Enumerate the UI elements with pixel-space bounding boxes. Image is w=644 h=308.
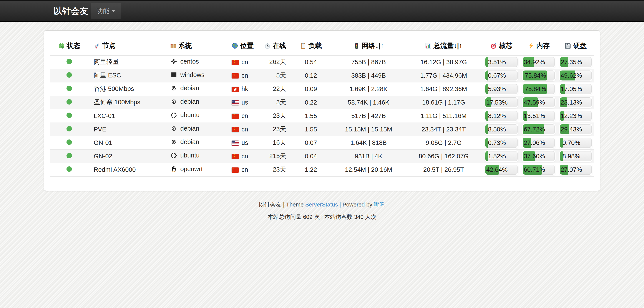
server-row[interactable]: 阿里 ESC windows cn 5天 0.12 383B | 449B 1.… (50, 69, 594, 82)
os-name: ubuntu (180, 152, 200, 159)
cpu-progress-bar: 0.73% (486, 138, 518, 148)
os-icon (170, 85, 178, 92)
load-value: 0.54 (289, 55, 333, 69)
table-header-row: 状态 节点 系统 位置 在线 负载 网络 (50, 37, 594, 55)
flag-icon (232, 112, 239, 120)
location-code: us (242, 99, 248, 106)
os-icon (170, 58, 178, 65)
server-row[interactable]: PVE debian cn 23天 1.55 15.15M | 15.15M 2… (50, 123, 594, 136)
server-row[interactable]: 阿里轻量 centos cn 262天 0.54 755B | 867B 16.… (50, 55, 594, 69)
uptime-value: 3天 (255, 96, 289, 109)
footer: 以针会友 | Theme ServerStatus | Powered by 哪… (0, 201, 644, 221)
server-row[interactable]: 圣何塞 100Mbps debian us 3天 0.22 58.74K | 1… (50, 96, 594, 109)
ubuntu-icon (170, 152, 177, 159)
status-online-dot (66, 113, 72, 118)
disk-progress-bar: 17.05% (560, 84, 592, 94)
header-cpu: 核芯 (483, 37, 520, 55)
server-row[interactable]: GN-02 ubuntu cn 215天 0.04 931B | 4K 80.6… (50, 150, 594, 163)
disk-percent: 12.23% (560, 112, 582, 120)
bar-chart-icon (425, 42, 432, 49)
os-icon (170, 112, 178, 119)
memory-progress-bar: 67.72% (523, 124, 554, 134)
clover-icon (58, 42, 65, 49)
header-disk: 硬盘 (557, 37, 594, 55)
network-value: 12.54M | 20.16M (333, 163, 404, 176)
brand-title[interactable]: 以针会友 (54, 1, 88, 21)
header-status: 状态 (50, 37, 88, 55)
load-value: 1.55 (289, 123, 333, 136)
cpu-percent: 42.64% (486, 166, 508, 173)
flag-icon (232, 72, 239, 79)
location-code: cn (242, 126, 248, 133)
cpu-percent: 1.52% (488, 153, 506, 160)
traffic-value: 16.12G | 38.97G (404, 55, 483, 69)
server-name: PVE (88, 123, 165, 136)
memory-percent: 27.06% (524, 139, 545, 147)
clipboard-icon (300, 42, 306, 49)
disk-percent: 49.62% (560, 72, 582, 79)
server-name: Redmi AX6000 (88, 163, 165, 176)
disk-percent: 0.70% (562, 139, 580, 147)
server-row[interactable]: 香港 500Mbps debian hk 22天 0.09 1.69K | 2.… (50, 82, 594, 96)
footer-credits: 以针会友 | Theme ServerStatus | Powered by 哪… (0, 201, 644, 208)
disk-progress-bar: 27.35% (560, 57, 592, 67)
flag-icon (232, 85, 239, 93)
os-name: centos (180, 58, 199, 65)
os-name: debian (180, 138, 199, 146)
os-icon (170, 139, 178, 146)
os-name: ubuntu (180, 112, 200, 119)
status-online-dot (66, 166, 72, 172)
server-row[interactable]: LXC-01 ubuntu cn 23天 1.55 517B | 427B 1.… (50, 109, 594, 123)
footer-visit-stats: 本站总访问量 609 次 | 本站访客数 340 人次 (0, 213, 644, 221)
openwrt-tux-icon (170, 166, 177, 172)
flag-icon (232, 153, 239, 160)
powered-by-link[interactable]: 哪吒 (374, 201, 385, 208)
traffic-value: 20.5T | 26.95T (404, 163, 483, 176)
network-value: 1.69K | 2.28K (333, 82, 404, 96)
server-row[interactable]: GN-01 debian us 16天 0.07 1.64K | 818B 9.… (50, 136, 594, 150)
lightning-icon (528, 42, 534, 49)
network-value: 15.15M | 15.15M (333, 123, 404, 136)
header-memory: 内存 (520, 37, 557, 55)
cpu-progress-bar: 17.53% (486, 97, 518, 107)
os-icon (170, 125, 178, 132)
load-value: 1.55 (289, 109, 333, 123)
header-network: 网络↓|↑ (333, 37, 404, 55)
cpu-percent: 8.50% (488, 126, 506, 133)
us-flag-icon (232, 100, 239, 105)
server-name: GN-02 (88, 150, 165, 163)
status-online-dot (66, 126, 72, 132)
status-online-dot (66, 72, 72, 78)
header-traffic: 总流量↓|↑ (404, 37, 483, 55)
network-value: 1.64K | 818B (333, 136, 404, 150)
flag-icon (232, 99, 239, 106)
uptime-value: 262天 (255, 55, 289, 69)
header-location: 位置 (230, 37, 255, 55)
menu-dropdown-label: 功能 (96, 6, 110, 15)
cn-flag-icon (232, 73, 239, 79)
cpu-percent: 0.67% (488, 72, 506, 79)
disk-progress-bar: 0.70% (560, 138, 592, 148)
memory-percent: 47.59% (524, 99, 545, 106)
load-value: 0.07 (289, 136, 333, 150)
stopwatch-icon (264, 42, 271, 49)
load-value: 0.12 (289, 69, 333, 82)
location-code: cn (242, 59, 248, 66)
network-value: 383B | 449B (333, 69, 404, 82)
windows-icon (170, 72, 177, 78)
disk-progress-bar: 27.07% (560, 165, 592, 175)
memory-progress-bar: 13.51% (523, 111, 554, 121)
debian-icon (170, 85, 177, 92)
server-name: GN-01 (88, 136, 165, 150)
disk-percent: 17.05% (560, 85, 582, 93)
memory-percent: 13.51% (524, 112, 545, 120)
menu-dropdown[interactable]: 功能 (91, 3, 121, 19)
network-value: 755B | 867B (333, 55, 404, 69)
traffic-light-icon (353, 42, 360, 49)
server-row[interactable]: Redmi AX6000 openwrt cn 23天 1.22 12.54M … (50, 163, 594, 176)
traffic-value: 1.64G | 892.36M (404, 82, 483, 96)
location-code: hk (242, 85, 248, 93)
cpu-percent: 8.12% (488, 112, 506, 120)
header-system: 系统 (165, 37, 230, 55)
theme-link[interactable]: ServerStatus (305, 201, 338, 208)
